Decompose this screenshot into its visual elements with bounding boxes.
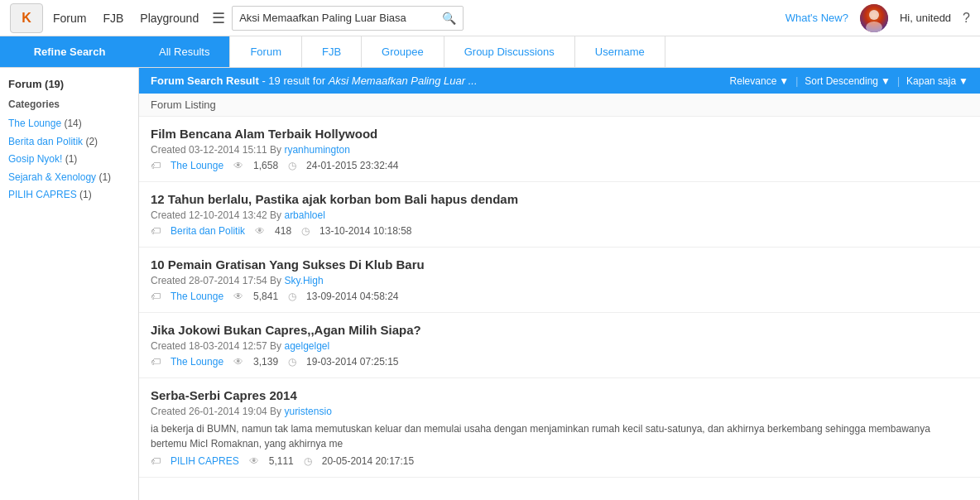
search-input[interactable] (239, 12, 442, 24)
views-icon: 👁 (255, 225, 265, 237)
result-item: Film Bencana Alam Terbaik Hollywood Crea… (139, 117, 980, 182)
result-author-link[interactable]: agelgelgel (284, 340, 329, 352)
sidebar-cat-the-lounge[interactable]: The Lounge (14) (8, 115, 130, 133)
avatar[interactable] (860, 4, 888, 32)
result-title: Forum Search Result (151, 75, 259, 87)
sidebar-cat-pilih-capres[interactable]: PILIH CAPRES (1) (8, 186, 130, 204)
tab-fjb[interactable]: FJB (302, 36, 362, 67)
nav-forum[interactable]: Forum (53, 8, 86, 28)
result-author-link[interactable]: arbahloel (284, 209, 324, 221)
chevron-down-icon-3: ▼ (958, 75, 968, 87)
search-icon[interactable]: 🔍 (442, 12, 456, 25)
result-updated: 19-03-2014 07:25:15 (306, 356, 398, 368)
result-author-link[interactable]: yuristensio (284, 406, 331, 417)
clock-icon: ◷ (288, 160, 296, 171)
sidebar: Forum (19) Categories The Lounge (14) Be… (0, 68, 139, 500)
time-filter[interactable]: Kapan saja ▼ (906, 75, 968, 87)
tab-groupee[interactable]: Groupee (362, 36, 444, 67)
result-item-tags: 🏷 PILIH CAPRES 👁 5,111 ◷ 20-05-2014 20:1… (151, 455, 968, 467)
result-views: 5,841 (253, 291, 278, 302)
logo[interactable]: K (10, 3, 43, 33)
sidebar-title: Forum (19) (8, 78, 130, 90)
sep2: | (897, 75, 900, 87)
tag-icon: 🏷 (151, 356, 161, 368)
result-header: Forum Search Result - 19 result for Aksi… (139, 68, 980, 94)
header: K Forum FJB Playground ☰ 🔍 What's New? H… (0, 0, 980, 36)
search-bar: 🔍 (232, 6, 464, 31)
result-views: 1,658 (253, 160, 278, 171)
result-item-meta: Created 03-12-2014 15:11 By ryanhumingto… (151, 144, 968, 156)
views-icon: 👁 (233, 160, 243, 171)
relevance-filter[interactable]: Relevance ▼ (730, 75, 790, 87)
result-count: 19 (268, 75, 280, 87)
sort-filter[interactable]: Sort Descending ▼ (805, 75, 891, 87)
result-item-tags: 🏷 The Lounge 👁 5,841 ◷ 13-09-2014 04:58:… (151, 291, 968, 302)
result-item-tags: 🏷 The Lounge 👁 3,139 ◷ 19-03-2014 07:25:… (151, 356, 968, 368)
result-item: Serba-Serbi Capres 2014 Created 26-01-20… (139, 378, 980, 478)
tag-icon: 🏷 (151, 291, 161, 302)
result-item-meta: Created 28-07-2014 17:54 By Sky.High (151, 275, 968, 286)
forum-listing-label: Forum Listing (139, 94, 980, 117)
refine-search-button[interactable]: Refine Search (0, 36, 139, 67)
result-updated: 13-09-2014 04:58:24 (306, 291, 398, 302)
result-item-meta: Created 26-01-2014 19:04 By yuristensio (151, 406, 968, 417)
tab-username[interactable]: Username (575, 36, 665, 67)
sidebar-cat-berita[interactable]: Berita dan Politik (2) (8, 133, 130, 151)
whats-new-link[interactable]: What's New? (785, 12, 848, 24)
tab-bar: Refine Search All Results Forum FJB Grou… (0, 36, 980, 68)
logo-icon: K (22, 11, 31, 26)
tab-all-results[interactable]: All Results (139, 36, 230, 67)
help-icon[interactable]: ? (963, 11, 970, 26)
main-layout: Forum (19) Categories The Lounge (14) Be… (0, 68, 980, 500)
result-item-meta: Created 18-03-2014 12:57 By agelgelgel (151, 340, 968, 352)
main-nav: Forum FJB Playground (53, 8, 199, 28)
result-item-title[interactable]: Jika Jokowi Bukan Capres,,Agan Milih Sia… (151, 323, 968, 337)
content-area: Forum Search Result - 19 result for Aksi… (139, 68, 980, 500)
tab-group-discussions[interactable]: Group Discussions (444, 36, 575, 67)
result-query: Aksi Memaafkan Paling Luar ... (329, 75, 478, 87)
chevron-down-icon-2: ▼ (881, 75, 891, 87)
result-category-link[interactable]: The Lounge (171, 291, 223, 302)
result-item-title[interactable]: Film Bencana Alam Terbaik Hollywood (151, 127, 968, 141)
result-item-desc: ia bekerja di BUMN, namun tak lama memut… (151, 421, 968, 451)
result-views: 5,111 (269, 455, 294, 467)
tag-icon: 🏷 (151, 225, 161, 237)
svg-point-1 (869, 10, 879, 20)
result-updated: 20-05-2014 20:17:15 (322, 455, 414, 467)
result-views: 3,139 (253, 356, 278, 368)
result-item-tags: 🏷 The Lounge 👁 1,658 ◷ 24-01-2015 23:32:… (151, 160, 968, 171)
result-author-link[interactable]: ryanhumington (284, 144, 349, 156)
result-item-meta: Created 12-10-2014 13:42 By arbahloel (151, 209, 968, 221)
result-item-title[interactable]: 12 Tahun berlalu, Pastika ajak korban bo… (151, 192, 968, 206)
views-icon: 👁 (233, 356, 243, 368)
result-item-tags: 🏷 Berita dan Politik 👁 418 ◷ 13-10-2014 … (151, 225, 968, 237)
result-item-title[interactable]: Serba-Serbi Capres 2014 (151, 388, 968, 402)
views-icon: 👁 (249, 455, 259, 467)
result-views: 418 (275, 225, 291, 237)
result-item: 12 Tahun berlalu, Pastika ajak korban bo… (139, 182, 980, 248)
clock-icon: ◷ (288, 291, 296, 302)
result-item: Jika Jokowi Bukan Capres,,Agan Milih Sia… (139, 313, 980, 378)
hamburger-icon[interactable]: ☰ (212, 9, 225, 27)
chevron-down-icon: ▼ (779, 75, 789, 87)
views-icon: 👁 (233, 291, 243, 302)
result-category-link[interactable]: Berita dan Politik (171, 225, 245, 237)
tag-icon: 🏷 (151, 455, 161, 467)
result-category-link[interactable]: The Lounge (171, 160, 223, 171)
nav-fjb[interactable]: FJB (103, 8, 123, 28)
result-category-link[interactable]: PILIH CAPRES (171, 455, 239, 467)
sidebar-cat-gosip[interactable]: Gosip Nyok! (1) (8, 151, 130, 169)
result-query-prefix: result for (283, 75, 328, 87)
clock-icon: ◷ (301, 225, 310, 237)
clock-icon: ◷ (304, 455, 312, 467)
sep1: | (795, 75, 798, 87)
sidebar-cat-sejarah[interactable]: Sejarah & Xenology (1) (8, 169, 130, 187)
tab-forum[interactable]: Forum (230, 36, 302, 67)
result-header-left: Forum Search Result - 19 result for Aksi… (151, 75, 478, 87)
clock-icon: ◷ (288, 356, 296, 368)
result-author-link[interactable]: Sky.High (284, 275, 323, 286)
header-right: What's New? Hi, unitedd ? (785, 4, 970, 32)
result-item-title[interactable]: 10 Pemain Gratisan Yang Sukses Di Klub B… (151, 257, 968, 272)
result-category-link[interactable]: The Lounge (171, 356, 223, 368)
nav-playground[interactable]: Playground (140, 8, 199, 28)
